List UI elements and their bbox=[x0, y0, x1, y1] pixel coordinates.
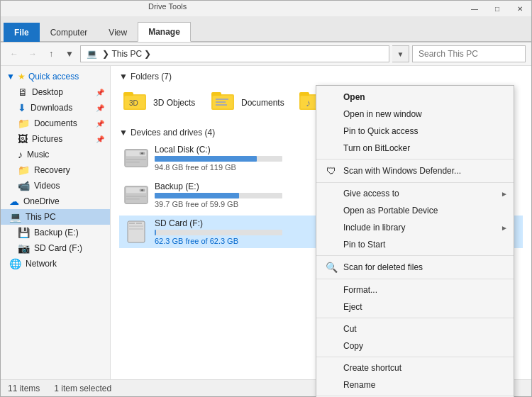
sidebar-item-videos[interactable]: 📹 Videos bbox=[1, 178, 110, 194]
backup-e-bar-fill bbox=[155, 193, 239, 198]
ctx-include-library-label: Include in library bbox=[343, 223, 405, 233]
ctx-give-access[interactable]: Give access to ► bbox=[316, 185, 514, 202]
sidebar-item-quick-access[interactable]: ▼ ★ Quick access bbox=[1, 69, 110, 84]
folder-item-3d-objects[interactable]: 3D 3D Objects bbox=[119, 86, 204, 119]
nav-bar: ← → ↑ ▼ 💻 ❯ This PC ❯ ▼ bbox=[1, 43, 531, 66]
ctx-scan-defender-label: Scan with Windows Defender... bbox=[343, 166, 461, 176]
local-disk-icon bbox=[123, 145, 149, 171]
network-label: Network bbox=[26, 259, 104, 269]
sdcard-label: SD Card (F:) bbox=[34, 243, 104, 253]
sidebar-item-sdcard-f[interactable]: 📷 SD Card (F:) bbox=[1, 240, 110, 256]
ctx-divider-3 bbox=[316, 255, 514, 256]
local-c-bar-bg bbox=[155, 156, 282, 162]
defender-icon: 🛡 bbox=[325, 165, 338, 177]
svg-rect-31 bbox=[129, 223, 135, 224]
tab-manage[interactable]: Manage bbox=[138, 22, 191, 42]
ctx-pin-quick-label: Pin to Quick access bbox=[343, 126, 418, 136]
recent-locations-button[interactable]: ▼ bbox=[62, 46, 77, 62]
ribbon-top: Drive Tools — □ ✕ bbox=[1, 1, 531, 16]
ctx-cut[interactable]: Cut bbox=[316, 320, 514, 337]
search-input[interactable] bbox=[412, 45, 526, 62]
address-dropdown-button[interactable]: ▼ bbox=[392, 45, 409, 62]
up-button[interactable]: ↑ bbox=[43, 46, 59, 62]
svg-rect-33 bbox=[129, 225, 143, 227]
videos-label: Videos bbox=[34, 181, 104, 191]
ctx-divider-5 bbox=[316, 318, 514, 318]
backup-label: Backup (E:) bbox=[34, 228, 104, 237]
tab-file[interactable]: File bbox=[4, 23, 40, 42]
folder-item-documents[interactable]: Documents bbox=[207, 86, 292, 119]
maximize-button[interactable]: □ bbox=[486, 1, 509, 16]
svg-rect-23 bbox=[126, 162, 140, 163]
ctx-eject[interactable]: Eject bbox=[316, 298, 514, 315]
ribbon: Drive Tools — □ ✕ File Computer View Man… bbox=[1, 1, 531, 43]
ctx-rename[interactable]: Rename bbox=[316, 376, 514, 393]
onedrive-label: OneDrive bbox=[23, 196, 104, 206]
chevron-folders-icon: ▼ bbox=[119, 72, 128, 82]
ctx-scan-deleted[interactable]: 🔍 Scan for deleted files bbox=[316, 258, 514, 276]
forward-button[interactable]: → bbox=[25, 46, 40, 62]
svg-rect-8 bbox=[216, 101, 226, 103]
ctx-turn-on-bitlocker[interactable]: Turn on BitLocker bbox=[316, 140, 514, 157]
ctx-pin-start-label: Pin to Start bbox=[343, 240, 385, 250]
backup-e-bar-bg bbox=[155, 193, 282, 198]
ctx-format-label: Format... bbox=[343, 285, 377, 295]
downloads-icon: ⬇ bbox=[18, 102, 26, 113]
sidebar-item-desktop[interactable]: 🖥 Desktop 📌 bbox=[1, 84, 110, 100]
folders-label: Folders (7) bbox=[131, 72, 172, 82]
sidebar-item-recovery[interactable]: 📁 Recovery bbox=[1, 162, 110, 178]
tab-computer[interactable]: Computer bbox=[40, 23, 99, 42]
videos-icon: 📹 bbox=[18, 180, 30, 191]
sidebar-item-music[interactable]: ♪ Music bbox=[1, 147, 110, 162]
thispc-label: This PC bbox=[26, 212, 104, 222]
desktop-icon: 🖥 bbox=[18, 86, 28, 98]
pin-icon-pic: 📌 bbox=[96, 135, 104, 143]
ctx-give-access-label: Give access to bbox=[343, 189, 399, 198]
selected-count: 1 item selected bbox=[54, 384, 111, 393]
sidebar-item-network[interactable]: 🌐 Network bbox=[1, 256, 110, 272]
drive-tools-label: Drive Tools bbox=[143, 2, 192, 11]
svg-rect-34 bbox=[129, 228, 143, 230]
sidebar-item-pictures[interactable]: 🖼 Pictures 📌 bbox=[1, 131, 110, 147]
ctx-copy[interactable]: Copy bbox=[316, 337, 514, 354]
folder-docs-icon bbox=[211, 89, 237, 116]
thispc-icon: 💻 bbox=[9, 211, 21, 223]
folder-docs-label: Documents bbox=[241, 98, 284, 108]
ctx-rename-label: Rename bbox=[343, 380, 375, 390]
back-button[interactable]: ← bbox=[6, 46, 22, 62]
svg-rect-7 bbox=[216, 99, 228, 100]
sidebar-item-thispc[interactable]: 💻 This PC bbox=[1, 209, 110, 225]
ctx-format[interactable]: Format... bbox=[316, 281, 514, 298]
quick-access-label: Quick access bbox=[28, 72, 79, 82]
sidebar-item-documents[interactable]: 📁 Documents 📌 bbox=[1, 116, 110, 131]
context-menu: Open Open in new window Pin to Quick acc… bbox=[316, 85, 514, 397]
ribbon-tabs: File Computer View Manage bbox=[1, 16, 531, 42]
minimize-button[interactable]: — bbox=[463, 1, 486, 16]
sidebar-item-downloads[interactable]: ⬇ Downloads 📌 bbox=[1, 100, 110, 116]
address-bar[interactable]: 💻 ❯ This PC ❯ bbox=[80, 45, 389, 62]
ctx-open[interactable]: Open bbox=[316, 89, 514, 106]
svg-rect-32 bbox=[136, 223, 142, 224]
onedrive-icon: ☁ bbox=[9, 196, 19, 207]
pictures-icon: 🖼 bbox=[18, 133, 28, 145]
ctx-create-shortcut[interactable]: Create shortcut bbox=[316, 359, 514, 376]
ctx-include-library[interactable]: Include in library ► bbox=[316, 219, 514, 236]
svg-text:♪: ♪ bbox=[306, 97, 311, 108]
ctx-cut-label: Cut bbox=[343, 324, 357, 334]
ctx-pin-start[interactable]: Pin to Start bbox=[316, 236, 514, 253]
ctx-scan-defender[interactable]: 🛡 Scan with Windows Defender... bbox=[316, 162, 514, 180]
downloads-label: Downloads bbox=[31, 103, 92, 113]
tab-view[interactable]: View bbox=[98, 23, 138, 42]
ctx-open-new-window[interactable]: Open in new window bbox=[316, 106, 514, 123]
ctx-divider-2 bbox=[316, 182, 514, 183]
recovery-label: Recovery bbox=[34, 165, 104, 175]
sidebar-item-onedrive[interactable]: ☁ OneDrive bbox=[1, 194, 110, 209]
close-button[interactable]: ✕ bbox=[509, 1, 531, 16]
item-count: 11 items bbox=[8, 384, 40, 393]
sidebar-item-backup-e[interactable]: 💾 Backup (E:) bbox=[1, 225, 110, 240]
ctx-divider-4 bbox=[316, 279, 514, 279]
ctx-open-portable[interactable]: Open as Portable Device bbox=[316, 202, 514, 219]
music-icon: ♪ bbox=[18, 149, 23, 160]
pin-icon: 📌 bbox=[96, 89, 104, 96]
ctx-pin-quick-access[interactable]: Pin to Quick access bbox=[316, 123, 514, 140]
